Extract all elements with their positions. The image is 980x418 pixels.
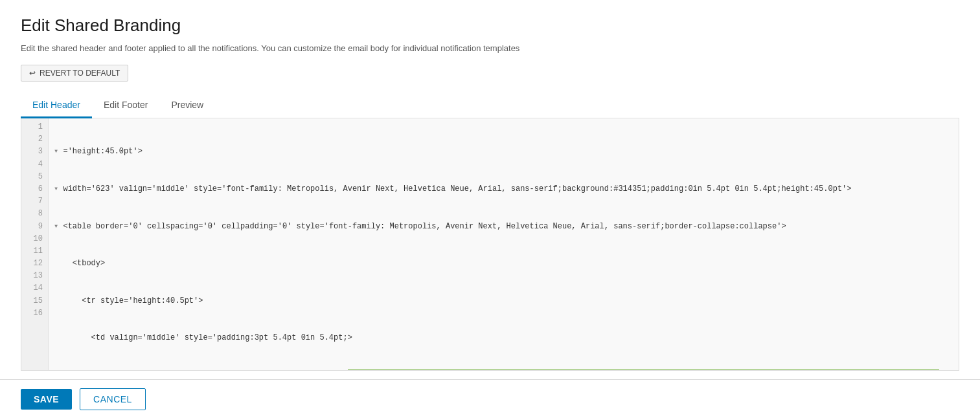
code-line-5: <tr style='height:40.5pt'> xyxy=(54,295,959,307)
code-line-7: <p><span style='color:#fafafa'><img heig… xyxy=(54,369,959,371)
code-line-3: ▾ <table border='0' cellspacing='0' cell… xyxy=(54,221,959,233)
tabs-container: Edit Header Edit Footer Preview xyxy=(21,93,959,118)
code-content[interactable]: ▾ ='height:45.0pt'> ▾ width='623' valign… xyxy=(49,118,959,371)
code-area: 1 2 3 4 5 6 7 8 9 10 11 12 13 14 15 16 ▾… xyxy=(21,118,959,371)
page-subtitle: Edit the shared header and footer applie… xyxy=(21,43,959,53)
code-line-4: <tbody> xyxy=(54,258,959,270)
page-container: Edit Shared Branding Edit the shared hea… xyxy=(0,0,980,371)
code-line-1: ▾ ='height:45.0pt'> xyxy=(54,146,959,158)
url-highlight: https://www.vmware.com/content/dam/digit… xyxy=(348,369,939,371)
revert-to-default-button[interactable]: ↩ REVERT TO DEFAULT xyxy=(21,65,128,82)
tab-edit-header[interactable]: Edit Header xyxy=(21,93,92,118)
tab-edit-footer[interactable]: Edit Footer xyxy=(92,93,159,118)
page-title: Edit Shared Branding xyxy=(21,16,959,36)
code-line-2: ▾ width='623' valign='middle' style='fon… xyxy=(54,183,959,195)
tab-preview[interactable]: Preview xyxy=(159,93,215,118)
code-editor[interactable]: 1 2 3 4 5 6 7 8 9 10 11 12 13 14 15 16 ▾… xyxy=(21,118,959,371)
line-numbers: 1 2 3 4 5 6 7 8 9 10 11 12 13 14 15 16 xyxy=(21,118,49,371)
code-line-6: <td valign='middle' style='padding:3pt 5… xyxy=(54,332,959,344)
revert-button-label: REVERT TO DEFAULT xyxy=(40,69,120,78)
revert-icon: ↩ xyxy=(29,69,36,78)
